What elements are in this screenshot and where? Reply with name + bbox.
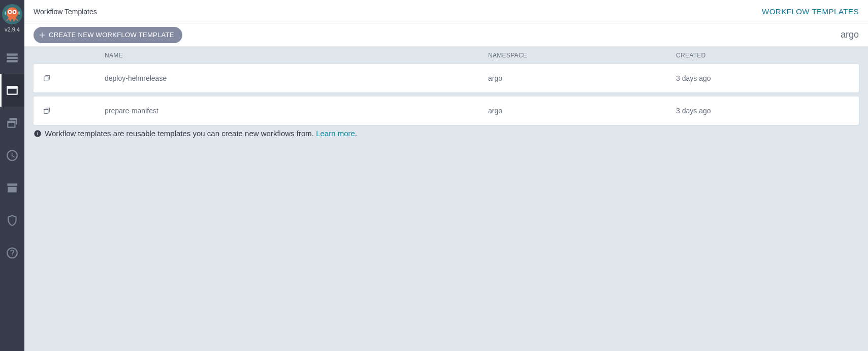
- nav-workflow-templates[interactable]: [0, 74, 24, 107]
- window-maximize-icon: [6, 84, 19, 97]
- archive-icon: [6, 181, 19, 195]
- templates-table: NAME NAMESPACE CREATED deploy-helmreleas…: [34, 47, 859, 125]
- content: NAME NAMESPACE CREATED deploy-helmreleas…: [24, 47, 868, 148]
- info-text: Workflow templates are reusable template…: [45, 129, 316, 138]
- plus-icon: [39, 31, 46, 39]
- octopus-icon: [3, 5, 21, 23]
- row-icon: [34, 107, 105, 115]
- table-row[interactable]: prepare-manifest argo 3 days ago: [34, 97, 859, 125]
- svg-point-4: [14, 11, 16, 13]
- row-icon: [34, 74, 105, 82]
- nav-cron-workflows[interactable]: [0, 139, 24, 172]
- svg-point-0: [7, 8, 18, 19]
- argo-logo[interactable]: [2, 4, 22, 24]
- svg-rect-6: [18, 11, 19, 15]
- clone-icon: [43, 107, 51, 115]
- info-circle-icon: [34, 130, 42, 138]
- nav-cluster-templates[interactable]: [0, 107, 24, 139]
- svg-rect-9: [7, 60, 18, 62]
- primary-nav: [0, 42, 24, 269]
- toolbar: CREATE NEW WORKFLOW TEMPLATE argo: [24, 23, 868, 47]
- svg-rect-7: [7, 53, 18, 55]
- svg-rect-8: [7, 57, 18, 59]
- sidebar: v2.9.4: [0, 0, 24, 351]
- info-banner: Workflow templates are reusable template…: [34, 129, 859, 138]
- window-restore-icon: [6, 116, 19, 130]
- topbar: Workflow Templates WORKFLOW TEMPLATES: [24, 0, 868, 23]
- main: Workflow Templates WORKFLOW TEMPLATES CR…: [24, 0, 868, 351]
- nav-archived[interactable]: [0, 172, 24, 204]
- clock-icon: [6, 149, 19, 162]
- row-namespace: argo: [488, 74, 676, 82]
- row-name: prepare-manifest: [105, 107, 488, 115]
- svg-point-3: [9, 11, 11, 13]
- col-name-header: NAME: [105, 52, 488, 59]
- table-header: NAME NAMESPACE CREATED: [34, 47, 859, 64]
- learn-more-link[interactable]: Learn more: [316, 129, 355, 138]
- shield-icon: [6, 214, 19, 227]
- row-created: 3 days ago: [676, 74, 859, 82]
- nav-security[interactable]: [0, 204, 24, 237]
- nav-help[interactable]: [0, 237, 24, 269]
- col-created-header: CREATED: [676, 52, 859, 59]
- stream-icon: [6, 51, 19, 65]
- row-namespace: argo: [488, 107, 676, 115]
- page-title-right: WORKFLOW TEMPLATES: [762, 7, 859, 16]
- col-namespace-header: NAMESPACE: [488, 52, 676, 59]
- breadcrumb: Workflow Templates: [34, 8, 97, 16]
- row-name: deploy-helmrelease: [105, 74, 488, 82]
- question-circle-icon: [6, 246, 19, 260]
- svg-rect-5: [5, 11, 6, 15]
- clone-icon: [43, 74, 51, 82]
- nav-workflows[interactable]: [0, 42, 24, 74]
- create-template-label: CREATE NEW WORKFLOW TEMPLATE: [49, 31, 174, 39]
- table-row[interactable]: deploy-helmrelease argo 3 days ago: [34, 64, 859, 92]
- info-suffix: .: [355, 129, 357, 138]
- version-label: v2.9.4: [5, 26, 20, 33]
- namespace-indicator[interactable]: argo: [841, 29, 859, 40]
- row-created: 3 days ago: [676, 107, 859, 115]
- create-template-button[interactable]: CREATE NEW WORKFLOW TEMPLATE: [34, 27, 182, 43]
